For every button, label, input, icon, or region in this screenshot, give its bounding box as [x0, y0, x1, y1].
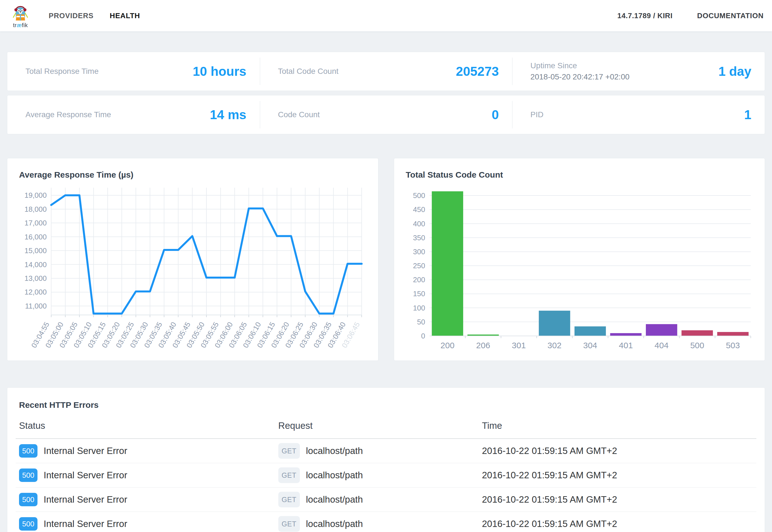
svg-text:17,000: 17,000	[24, 219, 47, 227]
error-time: 2016-10-22 01:59:15 AM GMT+2	[479, 519, 756, 529]
svg-text:100: 100	[413, 304, 425, 312]
stats-card-current: Average Response Time 14 ms Code Count 0…	[7, 95, 765, 134]
status-cell: 500Internal Server Error	[16, 444, 275, 458]
table-row[interactable]: 500Internal Server ErrorGETlocalhost/pat…	[16, 463, 756, 488]
stat-value: 1 day	[718, 64, 751, 79]
svg-text:19,000: 19,000	[24, 191, 47, 199]
stat-label: PID	[530, 110, 543, 119]
traefik-logo[interactable]: træfik	[8, 3, 32, 29]
svg-text:0: 0	[421, 332, 425, 340]
http-method-badge: GET	[278, 492, 300, 507]
stat-value: 14 ms	[210, 107, 246, 122]
stat-label: Average Response Time	[25, 110, 111, 119]
status-text: Internal Server Error	[44, 470, 127, 481]
svg-text:250: 250	[413, 262, 425, 270]
status-code-badge: 500	[19, 493, 37, 506]
stat-total-code-count: Total Code Count 205273	[260, 52, 512, 91]
stat-sublabel: 2018-05-20 20:42:17 +02:00	[530, 72, 629, 81]
logo-wordmark: træfik	[13, 22, 28, 29]
status-code-badge: 500	[19, 444, 37, 458]
stat-label: Code Count	[278, 110, 320, 119]
bar-chart-svg: 0501001502002503003504004505002002063013…	[406, 183, 753, 351]
http-method-badge: GET	[278, 516, 300, 532]
svg-text:200: 200	[440, 341, 454, 350]
svg-text:12,000: 12,000	[24, 288, 47, 296]
request-path: localhost/path	[306, 519, 363, 529]
table-row[interactable]: 500Internal Server ErrorGETlocalhost/pat…	[16, 439, 756, 463]
request-cell: GETlocalhost/path	[275, 516, 479, 532]
svg-text:400: 400	[413, 220, 425, 228]
errors-table-body: 500Internal Server ErrorGETlocalhost/pat…	[16, 439, 756, 532]
stat-value: 205273	[456, 64, 499, 79]
errors-table-header: Status Request Time	[16, 410, 756, 439]
bar-chart-title: Total Status Code Count	[406, 170, 754, 180]
svg-text:500: 500	[690, 341, 704, 350]
svg-text:350: 350	[413, 234, 425, 242]
svg-text:206: 206	[476, 341, 490, 350]
stat-value: 1	[744, 107, 751, 122]
svg-text:200: 200	[413, 276, 425, 284]
svg-text:13,000: 13,000	[24, 274, 47, 283]
svg-text:14,000: 14,000	[24, 260, 47, 269]
stat-uptime-since: Uptime Since 2018-05-20 20:42:17 +02:00 …	[512, 52, 765, 91]
svg-text:301: 301	[512, 341, 526, 350]
svg-text:500: 500	[413, 191, 425, 200]
error-time: 2016-10-22 01:59:15 AM GMT+2	[479, 470, 756, 481]
stat-label: Total Response Time	[25, 67, 98, 76]
bar-chart-canvas[interactable]: 0501001502002503003504004505002002063013…	[406, 183, 754, 351]
svg-text:300: 300	[413, 248, 425, 256]
column-header-status: Status	[16, 420, 275, 431]
line-chart-svg: 11,00012,00013,00014,00015,00016,00017,0…	[19, 183, 366, 351]
svg-text:401: 401	[619, 341, 633, 350]
request-cell: GETlocalhost/path	[275, 443, 479, 459]
stat-label: Total Code Count	[278, 67, 338, 76]
traefik-gopher-icon	[11, 3, 29, 23]
request-path: localhost/path	[306, 470, 363, 481]
stat-label: Uptime Since	[530, 61, 629, 70]
average-response-time-chart-card: Average Response Time (µs) 11,00012,0001…	[7, 158, 378, 361]
stat-pid: PID 1	[512, 95, 765, 134]
request-cell: GETlocalhost/path	[275, 492, 479, 507]
request-cell: GETlocalhost/path	[275, 467, 479, 483]
svg-text:304: 304	[583, 341, 597, 350]
svg-text:302: 302	[547, 341, 561, 350]
line-chart-canvas[interactable]: 11,00012,00013,00014,00015,00016,00017,0…	[19, 183, 367, 351]
stat-value: 0	[492, 107, 499, 122]
svg-text:18,000: 18,000	[24, 205, 47, 213]
error-time: 2016-10-22 01:59:15 AM GMT+2	[479, 446, 756, 456]
status-cell: 500Internal Server Error	[16, 493, 275, 506]
nav-documentation-link[interactable]: DOCUMENTATION	[697, 11, 764, 20]
http-method-badge: GET	[278, 467, 300, 483]
status-cell: 500Internal Server Error	[16, 517, 275, 531]
recent-http-errors-card: Recent HTTP Errors Status Request Time 5…	[7, 387, 765, 532]
stat-average-response-time: Average Response Time 14 ms	[7, 95, 260, 134]
navbar: træfik PROVIDERS HEALTH 14.7.1789 / KIRI…	[0, 0, 772, 31]
nav-tab-health[interactable]: HEALTH	[110, 11, 140, 20]
stat-total-response-time: Total Response Time 10 hours	[7, 52, 260, 91]
svg-text:15,000: 15,000	[24, 246, 47, 255]
table-row[interactable]: 500Internal Server ErrorGETlocalhost/pat…	[16, 512, 756, 532]
error-time: 2016-10-22 01:59:15 AM GMT+2	[479, 494, 756, 505]
status-cell: 500Internal Server Error	[16, 469, 275, 482]
status-code-count-chart-card: Total Status Code Count 0501001502002503…	[394, 158, 765, 361]
nav-tab-providers[interactable]: PROVIDERS	[49, 11, 93, 20]
version-label: 14.7.1789 / KIRI	[617, 11, 672, 20]
column-header-request: Request	[275, 420, 479, 431]
svg-text:503: 503	[726, 341, 740, 350]
svg-text:16,000: 16,000	[24, 233, 47, 241]
svg-text:50: 50	[417, 318, 425, 326]
svg-text:404: 404	[655, 341, 669, 350]
svg-text:11,000: 11,000	[25, 302, 47, 310]
status-code-badge: 500	[19, 469, 37, 482]
http-method-badge: GET	[278, 443, 300, 459]
status-code-badge: 500	[19, 517, 37, 531]
table-row[interactable]: 500Internal Server ErrorGETlocalhost/pat…	[16, 488, 756, 512]
status-text: Internal Server Error	[44, 519, 127, 529]
stats-card-totals: Total Response Time 10 hours Total Code …	[7, 52, 765, 91]
status-text: Internal Server Error	[44, 494, 127, 505]
line-chart-title: Average Response Time (µs)	[19, 170, 367, 180]
status-text: Internal Server Error	[44, 446, 127, 456]
column-header-time: Time	[479, 420, 756, 431]
request-path: localhost/path	[306, 494, 363, 505]
stat-code-count: Code Count 0	[260, 95, 512, 134]
